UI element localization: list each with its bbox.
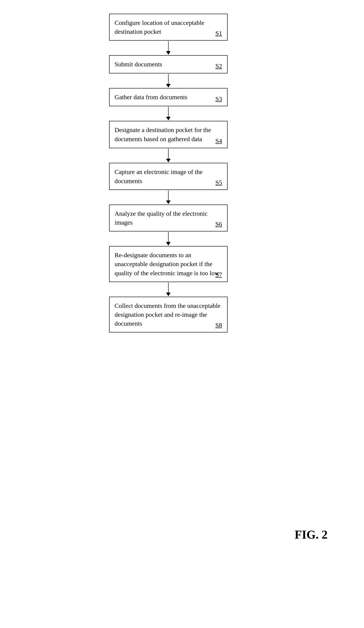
arrow-4 bbox=[166, 148, 171, 163]
figure-label: FIG. 2 bbox=[295, 528, 328, 541]
step-s6-text: Analyze the quality of the electronic im… bbox=[115, 210, 207, 226]
arrow-6 bbox=[166, 232, 171, 246]
flowchart-area: Configure location of unacceptable desti… bbox=[105, 14, 232, 332]
step-s3-label: S3 bbox=[215, 95, 222, 103]
flow-box-s7: Re-designate documents to an unacceptabl… bbox=[109, 246, 228, 282]
step-s3-text: Gather data from documents bbox=[115, 93, 187, 101]
flow-box-s1: Configure location of unacceptable desti… bbox=[109, 14, 228, 41]
arrow-line-3 bbox=[168, 107, 169, 117]
step-s1-text: Configure location of unacceptable desti… bbox=[115, 19, 204, 35]
step-s4-label: S4 bbox=[215, 137, 222, 145]
arrow-head-7 bbox=[166, 293, 171, 296]
flow-box-s4: Designate a destination pocket for the d… bbox=[109, 121, 228, 148]
arrow-7 bbox=[166, 282, 171, 297]
arrow-head-5 bbox=[166, 200, 171, 204]
step-s6-label: S6 bbox=[215, 221, 222, 228]
step-s7-text: Re-designate documents to an unacceptabl… bbox=[115, 251, 219, 276]
step-s7-label: S7 bbox=[215, 271, 222, 278]
step-s8-label: S8 bbox=[215, 321, 222, 329]
arrow-line-4 bbox=[168, 149, 169, 159]
step-s8-text: Collect documents from the unacceptable … bbox=[115, 302, 221, 327]
arrow-head-4 bbox=[166, 159, 171, 162]
arrow-head-3 bbox=[166, 117, 171, 120]
flow-box-s6: Analyze the quality of the electronic im… bbox=[109, 205, 228, 232]
arrow-2 bbox=[166, 74, 171, 88]
step-s5-text: Capture an electronic image of the docum… bbox=[115, 168, 202, 184]
arrow-line-2 bbox=[168, 74, 169, 84]
arrow-3 bbox=[166, 106, 171, 121]
flow-box-s5: Capture an electronic image of the docum… bbox=[109, 163, 228, 190]
arrow-line-7 bbox=[168, 283, 169, 293]
step-s5-label: S5 bbox=[215, 179, 222, 186]
arrow-5 bbox=[166, 190, 171, 205]
arrow-line-1 bbox=[168, 41, 169, 51]
step-s2-text: Submit documents bbox=[115, 61, 162, 68]
arrow-head-1 bbox=[166, 51, 171, 55]
flow-box-s8: Collect documents from the unacceptable … bbox=[109, 297, 228, 333]
flow-box-s3: Gather data from documents S3 bbox=[109, 88, 228, 106]
arrow-head-2 bbox=[166, 84, 171, 87]
step-s1-label: S1 bbox=[215, 30, 222, 37]
flow-box-s2: Submit documents S2 bbox=[109, 55, 228, 74]
arrow-head-6 bbox=[166, 242, 171, 245]
step-s2-label: S2 bbox=[215, 63, 222, 70]
step-s4-text: Designate a destination pocket for the d… bbox=[115, 126, 211, 142]
page-container: Configure location of unacceptable desti… bbox=[0, 0, 364, 628]
arrow-1 bbox=[166, 41, 171, 55]
arrow-line-5 bbox=[168, 190, 169, 200]
arrow-line-6 bbox=[168, 232, 169, 242]
